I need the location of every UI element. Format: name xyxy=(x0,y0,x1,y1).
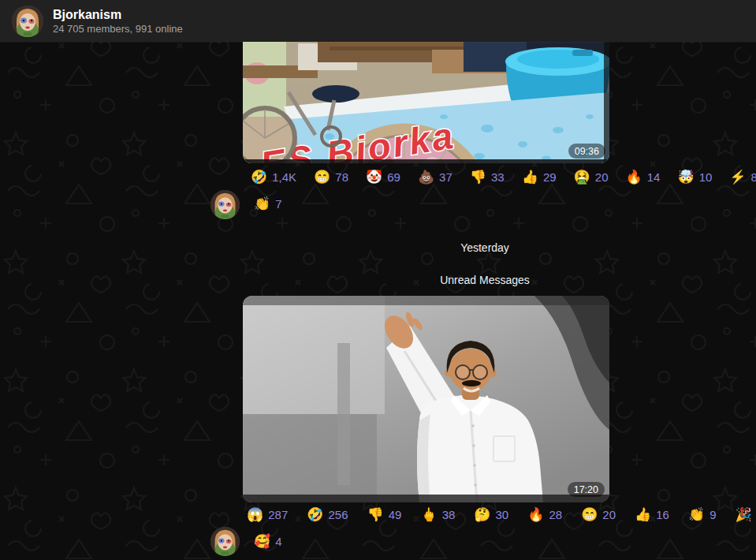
chat-header[interactable]: Bjorkanism 24 705 members, 991 online xyxy=(0,0,756,42)
reaction-emoji: 🤯 xyxy=(677,170,694,184)
reaction-emoji: 😁 xyxy=(314,170,330,184)
reaction-count: 37 xyxy=(439,171,452,183)
reaction[interactable]: 🤯10 xyxy=(677,170,712,184)
reaction[interactable]: 🤮20 xyxy=(574,170,609,184)
reaction[interactable]: 😁20 xyxy=(581,508,616,521)
reaction-count: 9 xyxy=(709,509,716,521)
reaction-emoji: 👍 xyxy=(635,508,651,521)
reaction-emoji: 🤡 xyxy=(366,170,382,184)
reaction[interactable]: ⚡8 xyxy=(729,170,756,184)
reaction-emoji: 👍 xyxy=(522,170,538,184)
reaction[interactable]: 😱287 xyxy=(247,508,288,521)
reaction-count: 78 xyxy=(335,171,348,183)
reaction-count: 30 xyxy=(496,509,509,521)
reaction-count: 20 xyxy=(595,171,609,183)
message-photo-ice-cream-cart[interactable]: ES Bjorka 09:36 xyxy=(243,42,609,163)
reaction-emoji: 😁 xyxy=(581,508,598,521)
message-photo-man-waving[interactable]: 17:20 xyxy=(243,296,609,502)
reaction-count: 49 xyxy=(389,509,402,521)
reaction[interactable]: 🤣256 xyxy=(307,508,348,521)
reactions-row: 🥰4 xyxy=(254,535,282,548)
reaction[interactable]: 👎33 xyxy=(470,170,505,184)
reaction-count: 14 xyxy=(647,171,661,183)
reaction-emoji: 👎 xyxy=(367,508,384,521)
chat-header-text: Bjorkanism 24 705 members, 991 online xyxy=(53,7,183,35)
reaction[interactable]: 👎49 xyxy=(367,508,402,521)
sender-avatar[interactable] xyxy=(210,190,240,219)
photo-illustration-man xyxy=(243,296,609,502)
reaction-count: 16 xyxy=(656,509,669,521)
reaction-emoji: 🖕 xyxy=(420,508,437,521)
reaction-emoji: 🤣 xyxy=(307,508,323,521)
reactions-row: 😱287 🤣256 👎49 🖕38 🤔30 🔥28 😁20 👍16 👏9 🎉5 xyxy=(247,508,756,521)
reaction-count: 287 xyxy=(268,509,288,521)
reaction-emoji: 😱 xyxy=(247,508,263,521)
reaction-count: 256 xyxy=(328,509,348,521)
reaction-emoji: 👏 xyxy=(688,508,705,521)
reaction-count: 1,4K xyxy=(272,171,296,183)
reaction-emoji: 👎 xyxy=(470,170,486,184)
reaction[interactable]: 🖕38 xyxy=(420,508,455,521)
reaction-emoji: 💩 xyxy=(418,170,434,184)
reaction-count: 29 xyxy=(543,171,557,183)
photo-illustration-cart: ES Bjorka xyxy=(243,42,609,163)
reaction[interactable]: 👍29 xyxy=(522,170,557,184)
reaction-emoji: 👏 xyxy=(254,197,270,211)
reaction[interactable]: 🔥14 xyxy=(626,170,661,184)
reaction[interactable]: 👏7 xyxy=(254,197,282,211)
reaction[interactable]: 🥰4 xyxy=(254,535,282,548)
reaction-emoji: 🔥 xyxy=(626,170,642,184)
reactions-row: 👏7 xyxy=(254,197,282,211)
reaction-count: 10 xyxy=(699,171,713,183)
message-time: 09:36 xyxy=(568,144,605,159)
reaction[interactable]: 👏9 xyxy=(688,508,717,521)
reaction-emoji: 🥰 xyxy=(254,535,270,548)
channel-avatar[interactable] xyxy=(12,6,43,37)
reaction[interactable]: 😁78 xyxy=(314,170,348,184)
reaction[interactable]: 🤡69 xyxy=(366,170,400,184)
reaction-count: 28 xyxy=(549,509,562,521)
reaction-count: 7 xyxy=(275,198,281,210)
sender-avatar[interactable] xyxy=(210,527,240,556)
chat-title: Bjorkanism xyxy=(53,7,183,22)
reaction-count: 69 xyxy=(387,171,400,183)
unread-messages-divider: Unread Messages xyxy=(214,274,756,286)
reaction-count: 4 xyxy=(275,536,281,547)
reaction-count: 33 xyxy=(491,171,505,183)
telegram-chat-window: Bjorkanism 24 705 members, 991 online xyxy=(0,0,756,560)
reaction-emoji: 🤔 xyxy=(474,508,490,521)
reaction-emoji: 🔥 xyxy=(527,508,544,521)
date-divider: Yesterday xyxy=(214,241,756,254)
reaction-count: 20 xyxy=(602,509,616,521)
reaction-emoji: 🎉 xyxy=(736,508,752,521)
reaction-count: 8 xyxy=(751,171,756,183)
reaction[interactable]: 💩37 xyxy=(418,170,452,184)
reaction[interactable]: 🎉5 xyxy=(736,508,756,521)
message-time: 17:20 xyxy=(568,482,605,498)
chat-subtitle: 24 705 members, 991 online xyxy=(53,23,183,35)
reaction[interactable]: 👍16 xyxy=(635,508,669,521)
reactions-row: 🤣1,4K 😁78 🤡69 💩37 👎33 👍29 🤮20 🔥14 🤯10 ⚡8 xyxy=(251,170,756,184)
reaction[interactable]: 🤣1,4K xyxy=(251,170,296,184)
reaction[interactable]: 🤔30 xyxy=(474,508,508,521)
reaction[interactable]: 🔥28 xyxy=(527,508,562,521)
reaction-emoji: 🤮 xyxy=(574,170,590,184)
reaction-count: 38 xyxy=(442,509,456,521)
reaction-emoji: 🤣 xyxy=(251,170,267,184)
reaction-emoji: ⚡ xyxy=(729,170,746,184)
